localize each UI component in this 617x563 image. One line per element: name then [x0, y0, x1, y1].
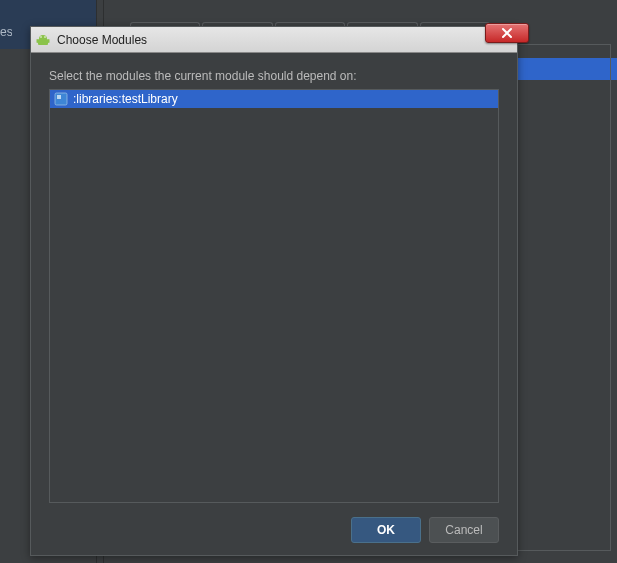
svg-point-2 [44, 36, 46, 38]
cancel-button[interactable]: Cancel [429, 517, 499, 543]
svg-rect-6 [57, 95, 61, 99]
dialog-title: Choose Modules [57, 33, 147, 47]
dialog-button-row: OK Cancel [49, 517, 499, 543]
close-button[interactable] [485, 23, 529, 43]
dialog-body: Select the modules the current module sh… [31, 53, 517, 555]
android-icon [35, 32, 51, 48]
module-item-label: :libraries:testLibrary [73, 92, 178, 106]
module-list[interactable]: :libraries:testLibrary [49, 89, 499, 503]
svg-rect-3 [37, 39, 39, 43]
dialog-titlebar[interactable]: Choose Modules [31, 27, 517, 53]
close-icon [501, 27, 513, 39]
choose-modules-dialog: Choose Modules Select the modules the cu… [30, 26, 518, 556]
instruction-text: Select the modules the current module sh… [49, 69, 499, 83]
svg-rect-0 [38, 39, 48, 45]
svg-rect-4 [48, 39, 50, 43]
ok-button[interactable]: OK [351, 517, 421, 543]
background-left-panel-label: es [0, 25, 12, 43]
module-icon [54, 92, 68, 106]
module-item[interactable]: :libraries:testLibrary [50, 90, 498, 108]
svg-point-1 [40, 36, 42, 38]
